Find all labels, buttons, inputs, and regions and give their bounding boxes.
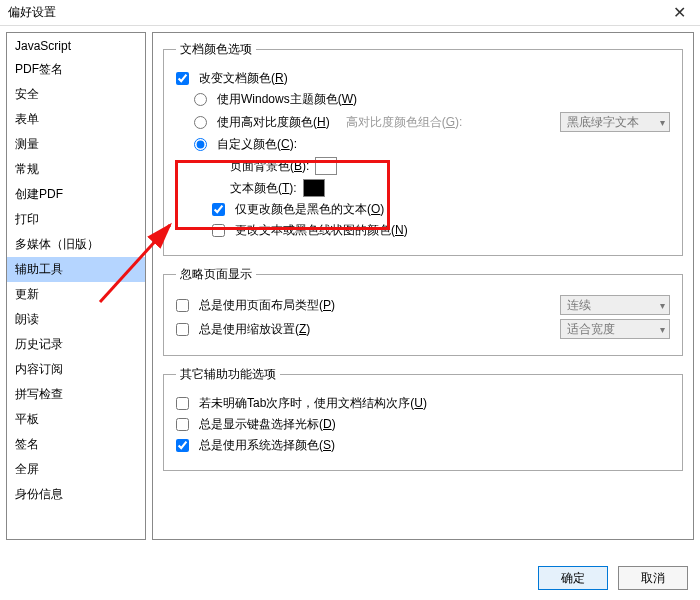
fg-color-label: 文本颜色(T):	[230, 180, 297, 197]
zoom-combo[interactable]: 适合宽度 ▾	[560, 319, 670, 339]
use-windows-label: 使用Windows主题颜色(W)	[217, 91, 357, 108]
titlebar: 偏好设置 ✕	[0, 0, 700, 26]
sidebar-item[interactable]: 身份信息	[7, 482, 145, 507]
only-black-row[interactable]: 仅更改颜色是黑色的文本(O)	[176, 201, 670, 218]
sidebar-item[interactable]: JavaScript	[7, 35, 145, 57]
only-black-checkbox[interactable]	[212, 203, 225, 216]
sidebar-item[interactable]: 拼写检查	[7, 382, 145, 407]
sidebar-item[interactable]: 签名	[7, 432, 145, 457]
sidebar-item[interactable]: 创建PDF	[7, 182, 145, 207]
content-pane: JavaScriptPDF签名安全表单测量常规创建PDF打印多媒体（旧版）辅助工…	[0, 26, 700, 546]
kb-cursor-label: 总是显示键盘选择光标(D)	[199, 416, 336, 433]
use-highcontrast-row[interactable]: 使用高对比度颜色(H) 高对比度颜色组合(G): 黑底绿字文本 ▾	[176, 112, 670, 132]
sidebar-item[interactable]: 测量	[7, 132, 145, 157]
sidebar-item[interactable]: 更新	[7, 282, 145, 307]
window-title: 偏好设置	[8, 4, 56, 21]
sys-color-checkbox[interactable]	[176, 439, 189, 452]
custom-color-label: 自定义颜色(C):	[217, 136, 297, 153]
zoom-combo-value: 适合宽度	[567, 321, 615, 338]
use-highcontrast-radio[interactable]	[194, 116, 207, 129]
use-highcontrast-label: 使用高对比度颜色(H)	[217, 114, 330, 131]
sidebar-item[interactable]: 全屏	[7, 457, 145, 482]
hc-combo-label: 高对比度颜色组合(G):	[346, 114, 463, 131]
sys-color-row[interactable]: 总是使用系统选择颜色(S)	[176, 437, 670, 454]
tab-order-label: 若未明确Tab次序时，使用文档结构次序(U)	[199, 395, 427, 412]
sidebar-item[interactable]: 常规	[7, 157, 145, 182]
hc-combo-value: 黑底绿字文本	[567, 114, 639, 131]
fg-color-swatch[interactable]	[303, 179, 325, 197]
doc-colors-group: 文档颜色选项 改变文档颜色(R) 使用Windows主题颜色(W) 使用高对比度…	[163, 41, 683, 256]
other-a11y-group: 其它辅助功能选项 若未明确Tab次序时，使用文档结构次序(U) 总是显示键盘选择…	[163, 366, 683, 471]
bg-color-swatch[interactable]	[315, 157, 337, 175]
layout-combo-value: 连续	[567, 297, 591, 314]
ok-button[interactable]: 确定	[538, 566, 608, 590]
tab-order-row[interactable]: 若未明确Tab次序时，使用文档结构次序(U)	[176, 395, 670, 412]
fg-color-row: 文本颜色(T):	[176, 179, 670, 197]
ignore-page-legend: 忽略页面显示	[176, 266, 256, 283]
layout-row[interactable]: 总是使用页面布局类型(P) 连续 ▾	[176, 295, 670, 315]
layout-checkbox[interactable]	[176, 299, 189, 312]
change-colors-row[interactable]: 改变文档颜色(R)	[176, 70, 670, 87]
sidebar-item[interactable]: 安全	[7, 82, 145, 107]
category-sidebar[interactable]: JavaScriptPDF签名安全表单测量常规创建PDF打印多媒体（旧版）辅助工…	[6, 32, 146, 540]
zoom-checkbox[interactable]	[176, 323, 189, 336]
sys-color-label: 总是使用系统选择颜色(S)	[199, 437, 335, 454]
tab-order-checkbox[interactable]	[176, 397, 189, 410]
layout-label: 总是使用页面布局类型(P)	[199, 297, 335, 314]
close-icon[interactable]: ✕	[667, 3, 692, 22]
zoom-label: 总是使用缩放设置(Z)	[199, 321, 310, 338]
kb-cursor-row[interactable]: 总是显示键盘选择光标(D)	[176, 416, 670, 433]
vector-art-row[interactable]: 更改文本或黑色线状图的颜色(N)	[176, 222, 670, 239]
other-a11y-legend: 其它辅助功能选项	[176, 366, 280, 383]
use-windows-radio[interactable]	[194, 93, 207, 106]
sidebar-item[interactable]: 平板	[7, 407, 145, 432]
layout-combo[interactable]: 连续 ▾	[560, 295, 670, 315]
chevron-down-icon: ▾	[660, 117, 665, 128]
settings-panel: 文档颜色选项 改变文档颜色(R) 使用Windows主题颜色(W) 使用高对比度…	[152, 32, 694, 540]
sidebar-item[interactable]: 内容订阅	[7, 357, 145, 382]
bg-color-row: 页面背景色(B):	[176, 157, 670, 175]
sidebar-item[interactable]: 打印	[7, 207, 145, 232]
vector-art-checkbox[interactable]	[212, 224, 225, 237]
sidebar-item[interactable]: 表单	[7, 107, 145, 132]
custom-color-radio[interactable]	[194, 138, 207, 151]
chevron-down-icon: ▾	[660, 324, 665, 335]
dialog-footer: 确定 取消	[538, 566, 688, 590]
only-black-label: 仅更改颜色是黑色的文本(O)	[235, 201, 384, 218]
ignore-page-group: 忽略页面显示 总是使用页面布局类型(P) 连续 ▾ 总是使用缩放设置(Z) 适合…	[163, 266, 683, 356]
vector-art-label: 更改文本或黑色线状图的颜色(N)	[235, 222, 408, 239]
change-colors-label: 改变文档颜色(R)	[199, 70, 288, 87]
sidebar-item[interactable]: 朗读	[7, 307, 145, 332]
cancel-button[interactable]: 取消	[618, 566, 688, 590]
sidebar-item[interactable]: 历史记录	[7, 332, 145, 357]
sidebar-item[interactable]: PDF签名	[7, 57, 145, 82]
change-colors-checkbox[interactable]	[176, 72, 189, 85]
bg-color-label: 页面背景色(B):	[230, 158, 309, 175]
sidebar-item[interactable]: 辅助工具	[7, 257, 145, 282]
zoom-row[interactable]: 总是使用缩放设置(Z) 适合宽度 ▾	[176, 319, 670, 339]
chevron-down-icon: ▾	[660, 300, 665, 311]
doc-colors-legend: 文档颜色选项	[176, 41, 256, 58]
use-windows-row[interactable]: 使用Windows主题颜色(W)	[176, 91, 670, 108]
kb-cursor-checkbox[interactable]	[176, 418, 189, 431]
custom-color-row[interactable]: 自定义颜色(C):	[176, 136, 670, 153]
sidebar-item[interactable]: 多媒体（旧版）	[7, 232, 145, 257]
hc-combo[interactable]: 黑底绿字文本 ▾	[560, 112, 670, 132]
